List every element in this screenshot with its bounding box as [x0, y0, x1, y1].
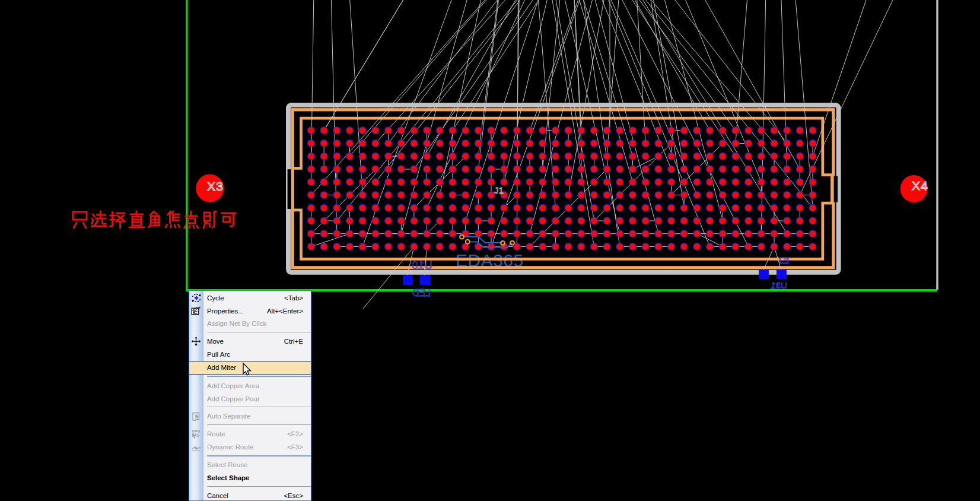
svg-text:U31: U31 [771, 280, 787, 290]
svg-text:LED: LED [412, 288, 431, 298]
svg-text:EJ: EJ [778, 255, 789, 265]
svg-text:J1: J1 [494, 185, 504, 195]
svg-text:U10: U10 [412, 259, 432, 271]
svg-text:X4: X4 [912, 179, 928, 192]
svg-text:X3: X3 [207, 179, 224, 193]
